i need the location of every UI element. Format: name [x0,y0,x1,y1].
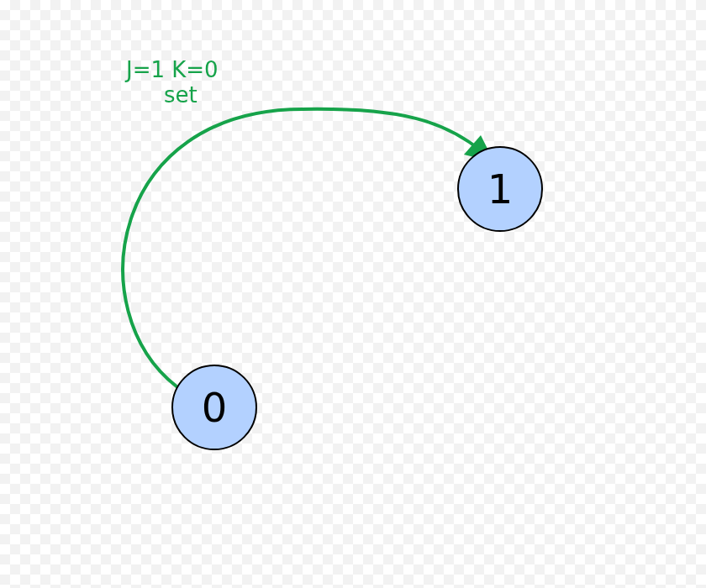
transition-condition-label: J=1 K=0 [124,57,219,82]
state-0: 0 [172,365,256,449]
diagram-canvas: J=1 K=0 set 1 0 [0,0,706,588]
transition-action-label: set [164,82,198,108]
state-diagram-svg: J=1 K=0 set 1 0 [0,0,706,588]
state-1-label: 1 [487,165,514,213]
transition-arrow-path [123,109,482,386]
state-0-label: 0 [202,384,228,431]
transition-set-0-to-1 [123,109,494,386]
state-1: 1 [458,147,542,231]
